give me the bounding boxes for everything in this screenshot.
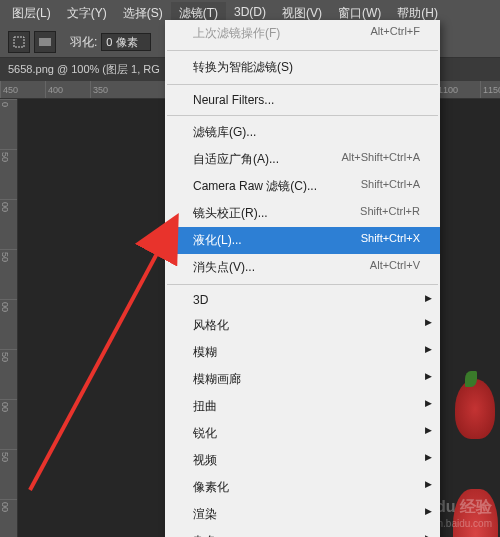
ruler-tick: 50 [0,249,17,262]
menu-图层[interactable]: 图层(L) [4,2,59,25]
menu-item[interactable]: 风格化▶ [165,312,440,339]
menu-separator [167,84,438,85]
submenu-arrow-icon: ▶ [425,398,432,408]
menu-item-shortcut: Shift+Ctrl+R [360,205,420,222]
menu-item[interactable]: 消失点(V)...Alt+Ctrl+V [165,254,440,281]
ruler-tick: 00 [0,299,17,312]
ruler-tick: 00 [0,199,17,212]
menu-item[interactable]: 镜头校正(R)...Shift+Ctrl+R [165,200,440,227]
menu-item[interactable]: Camera Raw 滤镜(C)...Shift+Ctrl+A [165,173,440,200]
submenu-arrow-icon: ▶ [425,425,432,435]
menu-item-label: 扭曲 [193,398,217,415]
menu-separator [167,50,438,51]
ruler-tick: 50 [0,349,17,362]
menu-separator [167,115,438,116]
menu-item-label: 杂色 [193,533,217,537]
tool-preset-button[interactable] [8,31,30,53]
menu-item[interactable]: 视频▶ [165,447,440,474]
menu-item[interactable]: 滤镜库(G)... [165,119,440,146]
menu-item[interactable]: 锐化▶ [165,420,440,447]
menu-item[interactable]: 扭曲▶ [165,393,440,420]
ruler-tick: 1150 [480,81,500,98]
svg-rect-0 [14,37,24,47]
filter-menu-dropdown: 上次滤镜操作(F)Alt+Ctrl+F转换为智能滤镜(S)Neural Filt… [165,20,440,537]
submenu-arrow-icon: ▶ [425,506,432,516]
menu-item[interactable]: 3D▶ [165,288,440,312]
menu-item[interactable]: 自适应广角(A)...Alt+Shift+Ctrl+A [165,146,440,173]
tab-title: 5658.png @ 100% (图层 1, RG [8,63,160,75]
submenu-arrow-icon: ▶ [425,452,432,462]
menu-item[interactable]: 像素化▶ [165,474,440,501]
menu-item-label: 上次滤镜操作(F) [193,25,280,42]
menu-item-shortcut: Alt+Ctrl+V [370,259,420,276]
menu-选择[interactable]: 选择(S) [115,2,171,25]
menu-item-shortcut: Shift+Ctrl+X [361,232,420,249]
menu-item[interactable]: 模糊▶ [165,339,440,366]
menu-item-label: 滤镜库(G)... [193,124,256,141]
menu-item-label: 模糊 [193,344,217,361]
menu-文字[interactable]: 文字(Y) [59,2,115,25]
menu-item-label: 镜头校正(R)... [193,205,268,222]
menu-separator [167,284,438,285]
vertical-ruler: 05000500050005000 [0,99,18,537]
menu-item: 上次滤镜操作(F)Alt+Ctrl+F [165,20,440,47]
menu-item-label: 消失点(V)... [193,259,255,276]
ruler-tick: 0 [0,99,17,107]
ruler-tick: 350 [90,81,108,98]
submenu-arrow-icon: ▶ [425,344,432,354]
menu-item-label: 3D [193,293,208,307]
tool-option-button[interactable] [34,31,56,53]
submenu-arrow-icon: ▶ [425,533,432,537]
ruler-tick: 00 [0,499,17,512]
menu-item-label: 视频 [193,452,217,469]
svg-rect-1 [39,38,51,46]
menu-item[interactable]: 渲染▶ [165,501,440,528]
ruler-tick: 00 [0,399,17,412]
submenu-arrow-icon: ▶ [425,479,432,489]
ruler-tick: 50 [0,449,17,462]
menu-item-label: 渲染 [193,506,217,523]
ruler-tick: 400 [45,81,63,98]
menu-item-label: 模糊画廊 [193,371,241,388]
ruler-tick: 450 [0,81,18,98]
menu-item[interactable]: 转换为智能滤镜(S) [165,54,440,81]
feather-input[interactable] [101,33,151,51]
menu-item-label: 锐化 [193,425,217,442]
submenu-arrow-icon: ▶ [425,293,432,303]
submenu-arrow-icon: ▶ [425,371,432,381]
ruler-tick: 50 [0,149,17,162]
submenu-arrow-icon: ▶ [425,317,432,327]
menu-item-shortcut: Shift+Ctrl+A [361,178,420,195]
menu-item[interactable]: 杂色▶ [165,528,440,537]
feather-label: 羽化: [70,34,97,51]
menu-item-label: Neural Filters... [193,93,274,107]
menu-item[interactable]: Neural Filters... [165,88,440,112]
menu-item-label: 像素化 [193,479,229,496]
menu-item[interactable]: 模糊画廊▶ [165,366,440,393]
menu-item-label: 转换为智能滤镜(S) [193,59,293,76]
menu-item-shortcut: Alt+Shift+Ctrl+A [341,151,420,168]
menu-item[interactable]: 液化(L)...Shift+Ctrl+X [165,227,440,254]
menu-item-label: Camera Raw 滤镜(C)... [193,178,317,195]
menu-item-label: 液化(L)... [193,232,242,249]
menu-item-label: 风格化 [193,317,229,334]
menu-item-label: 自适应广角(A)... [193,151,279,168]
menu-item-shortcut: Alt+Ctrl+F [370,25,420,42]
